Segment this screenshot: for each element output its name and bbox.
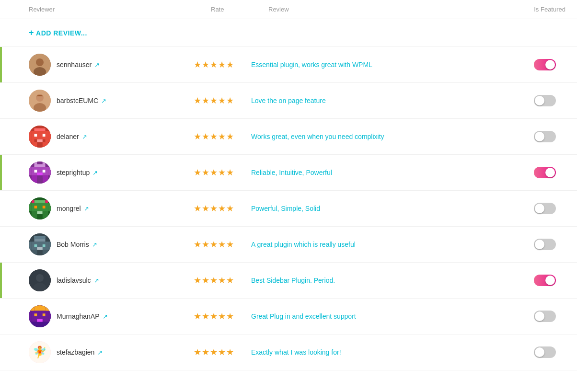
reviewer-cell: 🧚 stefazbagien ↗	[12, 341, 194, 363]
svg-rect-29	[43, 161, 46, 164]
reviewer-name: stefazbagien ↗	[57, 348, 103, 356]
add-review-row: + ADD REVIEW...	[0, 19, 577, 47]
external-link-icon[interactable]: ↗	[94, 277, 99, 284]
col-header-reviewer: Reviewer	[29, 6, 211, 13]
reviews-list: sennhauser ↗ ★★★★★ Essential plugin, wor…	[0, 47, 577, 370]
star-rating: ★★★★★	[194, 275, 251, 286]
reviewer-cell: barbstcEUMC ↗	[12, 90, 194, 112]
reviewer-name: ladislavsulc ↗	[57, 277, 99, 284]
svg-rect-32	[32, 203, 48, 211]
col-header-rate: Rate	[211, 6, 268, 13]
reviewer-name: Bob Morris ↗	[57, 241, 97, 248]
svg-rect-31	[35, 200, 46, 203]
featured-toggle[interactable]	[534, 311, 556, 322]
svg-rect-40	[32, 200, 35, 203]
toggle-cell	[498, 275, 565, 286]
review-text: Love the on page feature	[251, 97, 498, 104]
review-text: Great Plug in and excellent support	[251, 312, 498, 320]
svg-rect-13	[29, 131, 32, 142]
svg-rect-47	[37, 247, 43, 250]
star-rating: ★★★★★	[194, 131, 251, 142]
svg-rect-61	[43, 313, 46, 316]
svg-rect-23	[29, 167, 32, 175]
svg-rect-58	[35, 305, 46, 311]
featured-toggle[interactable]	[534, 59, 556, 70]
reviewer-cell: mongrel ↗	[12, 197, 194, 219]
external-link-icon[interactable]: ↗	[103, 313, 108, 320]
reviewer-cell: MurnaghanAP ↗	[12, 305, 194, 327]
svg-rect-34	[43, 206, 46, 208]
table-row: Bob Morris ↗ ★★★★★ A great plugin which …	[0, 227, 577, 263]
plus-icon: +	[29, 28, 34, 38]
svg-rect-27	[37, 178, 43, 184]
svg-rect-28	[35, 161, 37, 164]
svg-rect-39	[43, 211, 48, 219]
review-text: Works great, even when you need complixi…	[251, 133, 498, 140]
external-link-icon[interactable]: ↗	[97, 349, 103, 356]
reviewer-name: barbstcEUMC ↗	[57, 97, 106, 104]
star-rating: ★★★★★	[194, 59, 251, 70]
svg-rect-67	[29, 305, 35, 311]
table-row: mongrel ↗ ★★★★★ Powerful, Simple, Solid	[0, 191, 577, 227]
toggle-cell	[498, 59, 565, 70]
svg-rect-33	[35, 206, 37, 208]
featured-toggle[interactable]	[534, 203, 556, 214]
star-rating: ★★★★★	[194, 239, 251, 250]
star-rating: ★★★★★	[194, 311, 251, 322]
svg-rect-15	[32, 142, 37, 148]
svg-rect-14	[48, 131, 51, 142]
toggle-cell	[498, 346, 565, 358]
svg-rect-51	[43, 250, 48, 256]
reviewer-name: MurnaghanAP ↗	[57, 312, 108, 320]
table-row: barbstcEUMC ↗ ★★★★★ Love the on page fea…	[0, 83, 577, 119]
add-review-button[interactable]: + ADD REVIEW...	[29, 28, 87, 38]
svg-rect-35	[37, 211, 43, 214]
svg-rect-46	[43, 244, 46, 247]
featured-toggle[interactable]	[534, 346, 556, 358]
reviewer-name: sennhauser ↗	[57, 61, 100, 69]
reviewer-cell: sennhauser ↗	[12, 54, 194, 76]
svg-rect-9	[35, 134, 37, 137]
svg-rect-68	[46, 305, 51, 311]
toggle-cell	[498, 239, 565, 250]
reviewer-cell: steprightup ↗	[12, 161, 194, 184]
external-link-icon[interactable]: ↗	[94, 61, 100, 69]
reviewer-cell: delaner ↗	[12, 126, 194, 148]
external-link-icon[interactable]: ↗	[84, 205, 89, 212]
svg-rect-64	[48, 311, 51, 322]
svg-rect-41	[46, 200, 48, 203]
featured-toggle[interactable]	[534, 95, 556, 106]
svg-rect-65	[32, 322, 37, 328]
svg-text:🧚: 🧚	[33, 345, 47, 359]
svg-point-56	[29, 269, 51, 291]
svg-rect-21	[43, 170, 46, 173]
svg-point-1	[36, 58, 44, 66]
toggle-cell	[498, 311, 565, 322]
svg-rect-45	[35, 244, 37, 247]
featured-toggle[interactable]	[534, 131, 556, 142]
svg-rect-49	[48, 242, 51, 250]
svg-rect-25	[32, 175, 37, 184]
svg-rect-48	[29, 242, 32, 250]
table-header: Reviewer Rate Review Is Featured	[0, 0, 577, 19]
col-header-review: Review	[268, 6, 498, 13]
external-link-icon[interactable]: ↗	[82, 133, 87, 140]
svg-rect-26	[43, 175, 48, 184]
svg-rect-10	[43, 134, 46, 137]
external-link-icon[interactable]: ↗	[92, 169, 98, 176]
svg-rect-36	[29, 203, 32, 211]
featured-toggle[interactable]	[534, 239, 556, 250]
featured-toggle[interactable]	[534, 275, 556, 286]
svg-rect-66	[43, 322, 48, 328]
table-row: sennhauser ↗ ★★★★★ Essential plugin, wor…	[0, 47, 577, 83]
star-rating: ★★★★★	[194, 347, 251, 357]
reviewer-cell: ladislavsulc ↗	[12, 269, 194, 291]
table-row: steprightup ↗ ★★★★★ Reliable, Intuitive,…	[0, 155, 577, 191]
table-row: delaner ↗ ★★★★★ Works great, even when y…	[0, 119, 577, 155]
external-link-icon[interactable]: ↗	[101, 97, 106, 104]
external-link-icon[interactable]: ↗	[92, 241, 97, 248]
reviewer-cell: Bob Morris ↗	[12, 233, 194, 255]
review-text: Powerful, Simple, Solid	[251, 205, 498, 212]
review-text: Essential plugin, works great with WPML	[251, 61, 498, 69]
featured-toggle[interactable]	[534, 167, 556, 178]
